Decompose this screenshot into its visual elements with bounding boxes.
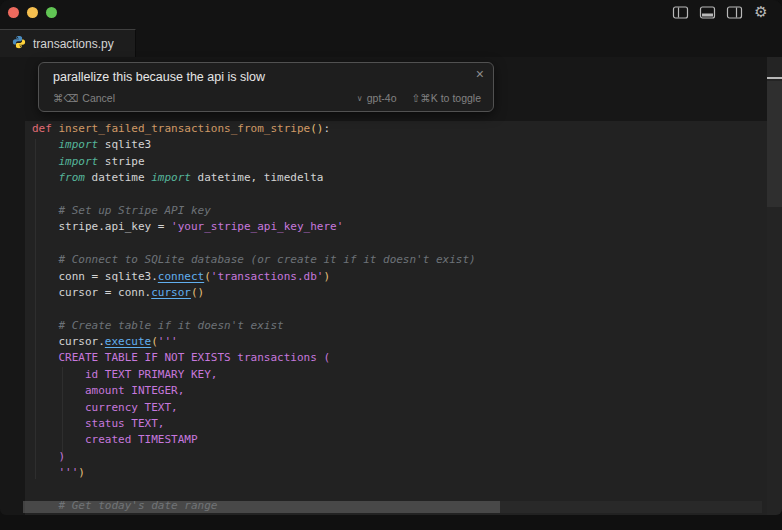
code-line: def insert_failed_transactions_from_stri… <box>32 121 476 137</box>
code-line: currency TEXT, <box>32 400 476 416</box>
cancel-label: Cancel <box>82 92 115 104</box>
tab-label: transactions.py <box>33 37 114 51</box>
zoom-window-button[interactable] <box>46 7 57 18</box>
chevron-down-icon: ∨ <box>357 94 363 103</box>
code-editor[interactable]: def insert_failed_transactions_from_stri… <box>0 57 782 515</box>
code-line: amount INTEGER, <box>32 383 476 399</box>
code-line: # Create table if it doesn't exist <box>32 318 476 334</box>
model-label: gpt-4o <box>367 92 397 104</box>
layout-controls: ⚙ <box>671 3 770 21</box>
code-line <box>32 187 476 203</box>
code-line: stripe.api_key = 'your_stripe_api_key_he… <box>32 219 476 235</box>
code-line: cursor.execute(''' <box>32 334 476 350</box>
vertical-scrollbar[interactable] <box>767 57 782 515</box>
cancel-shortcut: ⌘⌫ <box>53 92 78 104</box>
horizontal-scrollbar-thumb[interactable] <box>23 501 500 513</box>
cancel-button[interactable]: ⌘⌫ Cancel <box>53 92 115 104</box>
vertical-scrollbar-thumb[interactable] <box>767 81 782 207</box>
code-line: cursor = conn.cursor() <box>32 285 476 301</box>
code-line: from datetime import datetime, timedelta <box>32 170 476 186</box>
minimize-window-button[interactable] <box>27 7 38 18</box>
titlebar: ⚙ <box>0 0 782 22</box>
code-line <box>32 482 476 498</box>
horizontal-scrollbar[interactable] <box>23 501 762 513</box>
settings-gear-icon[interactable]: ⚙ <box>752 3 770 21</box>
model-selector[interactable]: ∨ gpt-4o <box>357 92 397 104</box>
code-line: import sqlite3 <box>32 137 476 153</box>
tab-bar: transactions.py <box>0 22 782 57</box>
code-content: def insert_failed_transactions_from_stri… <box>32 121 476 514</box>
overview-ruler-marker <box>767 77 782 79</box>
code-line: created TIMESTAMP <box>32 432 476 448</box>
code-line: import stripe <box>32 154 476 170</box>
code-line: # Set up Stripe API key <box>32 203 476 219</box>
close-window-button[interactable] <box>8 7 19 18</box>
prompt-input[interactable]: parallelize this because the api is slow <box>53 70 463 84</box>
close-icon[interactable]: × <box>474 65 486 83</box>
python-file-icon <box>12 35 26 53</box>
toggle-hint: ⇧⌘K to toggle <box>411 92 481 104</box>
toggle-right-sidebar-icon[interactable] <box>725 3 743 21</box>
tab-transactions-py[interactable]: transactions.py <box>0 29 136 57</box>
toggle-left-sidebar-icon[interactable] <box>671 3 689 21</box>
code-line <box>32 301 476 317</box>
code-line: ''') <box>32 465 476 481</box>
prompt-right-group: ∨ gpt-4o ⇧⌘K to toggle <box>357 92 481 104</box>
code-line: conn = sqlite3.connect('transactions.db'… <box>32 269 476 285</box>
code-line: ) <box>32 449 476 465</box>
code-line: status TEXT, <box>32 416 476 432</box>
inline-ai-prompt: parallelize this because the api is slow… <box>38 62 494 112</box>
code-line: # Connect to SQLite database (or create … <box>32 252 476 268</box>
toggle-bottom-panel-icon[interactable] <box>698 3 716 21</box>
traffic-lights <box>8 7 57 18</box>
code-line: id TEXT PRIMARY KEY, <box>32 367 476 383</box>
code-line <box>32 236 476 252</box>
prompt-footer: ⌘⌫ Cancel ∨ gpt-4o ⇧⌘K to toggle <box>53 92 481 104</box>
code-line: CREATE TABLE IF NOT EXISTS transactions … <box>32 350 476 366</box>
app-window: ⚙ transactions.py def insert_failed_tran… <box>0 0 782 515</box>
